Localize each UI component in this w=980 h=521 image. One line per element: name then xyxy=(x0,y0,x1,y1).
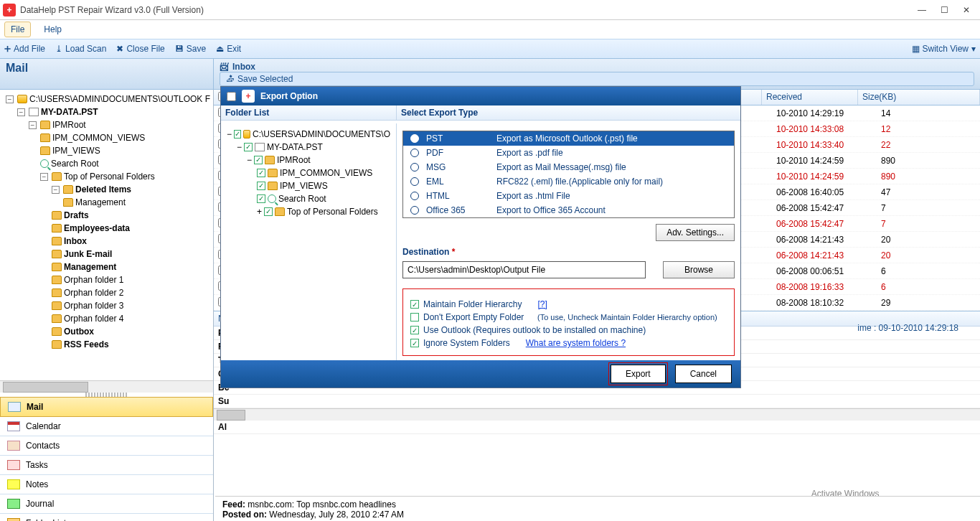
add-file-button[interactable]: ➕︎Add File xyxy=(4,44,45,54)
column-size[interactable]: Size(KB) xyxy=(858,90,980,105)
search-icon xyxy=(40,159,49,168)
preview-h-scrollbar[interactable] xyxy=(214,408,980,421)
export-folder-tree[interactable]: −✓C:\USERS\ADMIN\DOCUMENTS\O −✓MY-DATA.P… xyxy=(221,123,397,360)
maintain-hierarchy-checkbox[interactable]: ✓ xyxy=(410,300,419,309)
adv-settings-button[interactable]: Adv. Settings... xyxy=(656,224,735,241)
export-type-pst[interactable]: PSTExport as Microsoft Outlook (.pst) fi… xyxy=(403,131,734,146)
dialog-checkbox[interactable] xyxy=(227,92,236,101)
radio-icon xyxy=(410,149,419,157)
tree-toggle[interactable]: − xyxy=(6,95,14,103)
nav-tasks[interactable]: Tasks xyxy=(0,456,213,475)
pst-icon xyxy=(29,108,39,116)
cancel-button[interactable]: Cancel xyxy=(675,365,732,383)
right-panel-title: Inbox xyxy=(232,62,255,72)
switch-view-button[interactable]: ▦Switch View▾ xyxy=(912,44,976,54)
radio-icon xyxy=(410,134,419,143)
load-scan-button[interactable]: ⤓Load Scan xyxy=(55,44,106,54)
export-button[interactable]: Export xyxy=(611,365,666,383)
column-received[interactable]: Received xyxy=(762,90,858,105)
app-title: DataHelp PST Repair Wizard v3.0 (Full Ve… xyxy=(20,5,204,15)
options-box: ✓Maintain Folder Hierarchy [?] ✓Don't Ex… xyxy=(402,288,735,356)
folder-tree[interactable]: −C:\USERS\ADMIN\DOCUMENTS\OUTLOOK F −MY-… xyxy=(0,90,213,380)
app-icon: + xyxy=(3,4,16,17)
feed-footer: Feed: msnbc.com: Top msnbc.com headlines… xyxy=(215,496,980,521)
export-type-pdf[interactable]: PDFExport as .pdf file xyxy=(403,146,734,160)
radio-icon xyxy=(410,163,419,172)
contacts-icon xyxy=(7,441,20,451)
system-folders-link[interactable]: What are system folders ? xyxy=(526,338,626,348)
app-icon-small: + xyxy=(242,90,255,103)
browse-button[interactable]: Browse xyxy=(663,261,735,278)
switch-view-icon: ▦ xyxy=(912,44,920,54)
journal-icon xyxy=(7,499,20,509)
exit-button[interactable]: ⏏︎Exit xyxy=(216,44,241,54)
destination-input[interactable] xyxy=(402,261,646,278)
save-icon: 💾︎ xyxy=(175,44,184,54)
export-type-eml[interactable]: EMLRFC822 (.eml) file.(Applicable only f… xyxy=(403,174,734,189)
select-export-title: Select Export Type xyxy=(397,105,740,121)
chevron-down-icon: ▾ xyxy=(971,44,976,54)
calendar-icon xyxy=(7,421,20,431)
nav-contacts[interactable]: Contacts xyxy=(0,436,213,456)
left-panel-title: Mail xyxy=(0,59,214,90)
time-label: ime : 09-10-2010 14:29:18 xyxy=(857,323,958,333)
radio-icon xyxy=(410,206,419,215)
destination-label: Destination xyxy=(402,247,449,257)
folder-icon xyxy=(40,121,50,129)
mail-icon xyxy=(8,402,21,412)
folder-list-title: Folder List xyxy=(221,105,397,121)
tasks-icon xyxy=(7,460,20,470)
empty-folder-checkbox[interactable]: ✓ xyxy=(410,313,419,321)
use-outlook-checkbox[interactable]: ✓ xyxy=(410,326,419,334)
close-button[interactable]: ✕ xyxy=(963,5,970,15)
dialog-title: Export Option xyxy=(260,91,318,101)
folder-list-icon xyxy=(7,518,20,521)
export-type-msg[interactable]: MSGExport as Mail Message(.msg) file xyxy=(403,160,734,174)
nav-journal[interactable]: Journal xyxy=(0,494,213,514)
maximize-button[interactable]: ☐ xyxy=(941,5,948,15)
export-type-office-365[interactable]: Office 365Export to Office 365 Account xyxy=(403,203,734,217)
close-file-icon: ✖︎ xyxy=(116,44,123,54)
exit-icon: ⏏︎ xyxy=(216,44,224,54)
nav-calendar[interactable]: Calendar xyxy=(0,417,213,436)
radio-icon xyxy=(410,192,419,200)
tree-h-scrollbar[interactable] xyxy=(0,380,213,393)
save-selected-icon: 📤︎ xyxy=(226,74,235,84)
folder-open-icon xyxy=(17,95,27,103)
export-type-list: PSTExport as Microsoft Outlook (.pst) fi… xyxy=(402,131,735,218)
plus-icon: ➕︎ xyxy=(4,44,11,54)
nav-notes[interactable]: Notes xyxy=(0,475,213,494)
menu-help[interactable]: Help xyxy=(38,22,67,37)
save-button[interactable]: 💾︎Save xyxy=(175,44,206,54)
help-link[interactable]: [?] xyxy=(537,299,547,309)
download-icon: ⤓ xyxy=(55,44,62,54)
menu-file[interactable]: File xyxy=(4,22,31,37)
close-file-button[interactable]: ✖︎Close File xyxy=(116,44,164,54)
export-type-html[interactable]: HTMLExport as .html File xyxy=(403,189,734,203)
minimize-button[interactable]: — xyxy=(918,5,926,15)
notes-icon xyxy=(7,479,20,489)
radio-icon xyxy=(410,177,419,186)
save-selected-button[interactable]: 📤︎Save Selected xyxy=(220,72,974,86)
export-dialog: + Export Option Folder List Select Expor… xyxy=(220,86,741,388)
inbox-icon: 📨︎ xyxy=(220,62,228,72)
nav-folder-list[interactable]: Folder List xyxy=(0,514,213,521)
ignore-system-checkbox[interactable]: ✓ xyxy=(410,339,419,347)
nav-mail[interactable]: Mail xyxy=(0,397,213,417)
